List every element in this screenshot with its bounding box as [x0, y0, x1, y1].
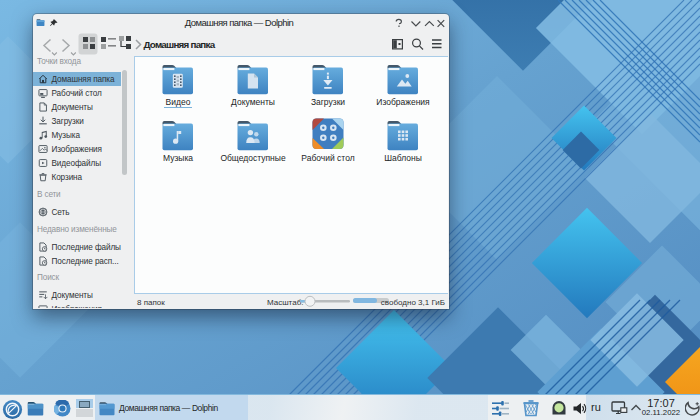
svg-text:Домашняя папка: Домашняя папка — [144, 39, 216, 50]
